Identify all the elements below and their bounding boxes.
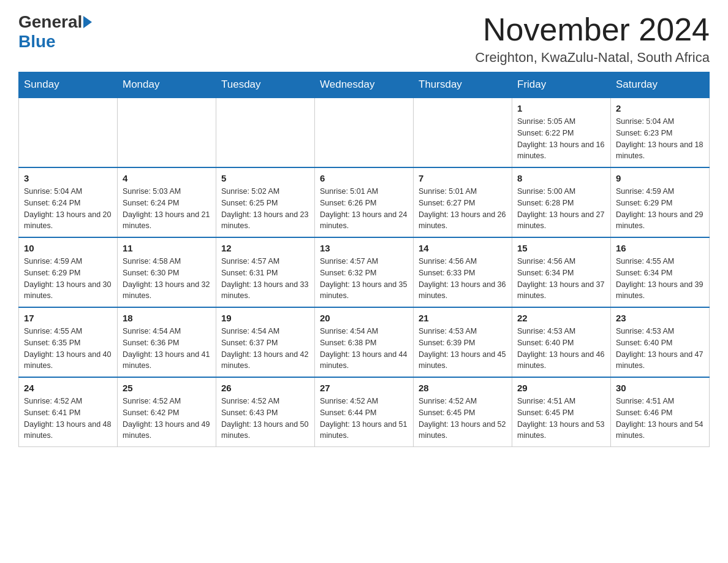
- calendar-cell: 19Sunrise: 4:54 AM Sunset: 6:37 PM Dayli…: [216, 307, 315, 377]
- day-number: 25: [123, 383, 211, 393]
- day-info: Sunrise: 5:04 AM Sunset: 6:24 PM Dayligh…: [24, 186, 112, 232]
- day-number: 7: [419, 173, 507, 183]
- calendar-cell: 27Sunrise: 4:52 AM Sunset: 6:44 PM Dayli…: [315, 377, 414, 447]
- day-info: Sunrise: 4:54 AM Sunset: 6:37 PM Dayligh…: [221, 326, 309, 372]
- calendar-cell: 13Sunrise: 4:57 AM Sunset: 6:32 PM Dayli…: [315, 237, 414, 307]
- calendar-cell: [414, 98, 512, 167]
- day-info: Sunrise: 4:59 AM Sunset: 6:29 PM Dayligh…: [616, 186, 704, 232]
- week-row-1: 1Sunrise: 5:05 AM Sunset: 6:22 PM Daylig…: [19, 98, 710, 167]
- calendar-cell: 18Sunrise: 4:54 AM Sunset: 6:36 PM Dayli…: [118, 307, 216, 377]
- calendar-cell: 7Sunrise: 5:01 AM Sunset: 6:27 PM Daylig…: [414, 167, 512, 237]
- calendar-cell: 30Sunrise: 4:51 AM Sunset: 6:46 PM Dayli…: [611, 377, 710, 447]
- calendar-cell: 8Sunrise: 5:00 AM Sunset: 6:28 PM Daylig…: [512, 167, 611, 237]
- calendar-cell: 23Sunrise: 4:53 AM Sunset: 6:40 PM Dayli…: [611, 307, 710, 377]
- day-number: 30: [616, 383, 704, 393]
- day-number: 9: [616, 173, 704, 183]
- day-info: Sunrise: 4:56 AM Sunset: 6:34 PM Dayligh…: [517, 256, 605, 302]
- calendar-cell: 6Sunrise: 5:01 AM Sunset: 6:26 PM Daylig…: [315, 167, 414, 237]
- day-info: Sunrise: 4:57 AM Sunset: 6:32 PM Dayligh…: [320, 256, 408, 302]
- weekday-header-tuesday: Tuesday: [216, 72, 315, 98]
- day-info: Sunrise: 4:55 AM Sunset: 6:34 PM Dayligh…: [616, 256, 704, 302]
- calendar-cell: [216, 98, 315, 167]
- calendar-cell: 3Sunrise: 5:04 AM Sunset: 6:24 PM Daylig…: [19, 167, 118, 237]
- day-number: 11: [123, 243, 211, 253]
- calendar-cell: 26Sunrise: 4:52 AM Sunset: 6:43 PM Dayli…: [216, 377, 315, 447]
- day-info: Sunrise: 5:00 AM Sunset: 6:28 PM Dayligh…: [517, 186, 605, 232]
- day-number: 21: [419, 313, 507, 323]
- weekday-header-row: SundayMondayTuesdayWednesdayThursdayFrid…: [19, 72, 710, 98]
- day-number: 13: [320, 243, 408, 253]
- day-number: 19: [221, 313, 309, 323]
- day-number: 1: [517, 103, 605, 113]
- day-info: Sunrise: 4:54 AM Sunset: 6:38 PM Dayligh…: [320, 326, 408, 372]
- day-number: 10: [24, 243, 112, 253]
- calendar-cell: 9Sunrise: 4:59 AM Sunset: 6:29 PM Daylig…: [611, 167, 710, 237]
- calendar-cell: 20Sunrise: 4:54 AM Sunset: 6:38 PM Dayli…: [315, 307, 414, 377]
- calendar-cell: [118, 98, 216, 167]
- calendar-cell: 15Sunrise: 4:56 AM Sunset: 6:34 PM Dayli…: [512, 237, 611, 307]
- calendar-cell: 22Sunrise: 4:53 AM Sunset: 6:40 PM Dayli…: [512, 307, 611, 377]
- calendar-cell: 17Sunrise: 4:55 AM Sunset: 6:35 PM Dayli…: [19, 307, 118, 377]
- day-number: 12: [221, 243, 309, 253]
- day-number: 24: [24, 383, 112, 393]
- day-info: Sunrise: 5:02 AM Sunset: 6:25 PM Dayligh…: [221, 186, 309, 232]
- day-number: 8: [517, 173, 605, 183]
- day-info: Sunrise: 4:53 AM Sunset: 6:40 PM Dayligh…: [616, 326, 704, 372]
- day-number: 4: [123, 173, 211, 183]
- day-info: Sunrise: 4:51 AM Sunset: 6:46 PM Dayligh…: [616, 396, 704, 442]
- calendar-cell: 12Sunrise: 4:57 AM Sunset: 6:31 PM Dayli…: [216, 237, 315, 307]
- day-info: Sunrise: 5:01 AM Sunset: 6:27 PM Dayligh…: [419, 186, 507, 232]
- day-number: 6: [320, 173, 408, 183]
- calendar-cell: 4Sunrise: 5:03 AM Sunset: 6:24 PM Daylig…: [118, 167, 216, 237]
- calendar-cell: [315, 98, 414, 167]
- day-info: Sunrise: 5:01 AM Sunset: 6:26 PM Dayligh…: [320, 186, 408, 232]
- location-text: Creighton, KwaZulu-Natal, South Africa: [475, 50, 710, 66]
- weekday-header-monday: Monday: [118, 72, 216, 98]
- day-number: 23: [616, 313, 704, 323]
- day-info: Sunrise: 4:55 AM Sunset: 6:35 PM Dayligh…: [24, 326, 112, 372]
- weekday-header-friday: Friday: [512, 72, 611, 98]
- calendar-cell: 14Sunrise: 4:56 AM Sunset: 6:33 PM Dayli…: [414, 237, 512, 307]
- day-number: 14: [419, 243, 507, 253]
- day-info: Sunrise: 5:04 AM Sunset: 6:23 PM Dayligh…: [616, 116, 704, 162]
- day-number: 18: [123, 313, 211, 323]
- calendar-cell: [19, 98, 118, 167]
- day-number: 5: [221, 173, 309, 183]
- calendar-cell: 11Sunrise: 4:58 AM Sunset: 6:30 PM Dayli…: [118, 237, 216, 307]
- page-header: General Blue November 2024 Creighton, Kw…: [18, 12, 710, 66]
- calendar-cell: 29Sunrise: 4:51 AM Sunset: 6:45 PM Dayli…: [512, 377, 611, 447]
- calendar-cell: 10Sunrise: 4:59 AM Sunset: 6:29 PM Dayli…: [19, 237, 118, 307]
- day-info: Sunrise: 4:57 AM Sunset: 6:31 PM Dayligh…: [221, 256, 309, 302]
- day-info: Sunrise: 5:03 AM Sunset: 6:24 PM Dayligh…: [123, 186, 211, 232]
- day-info: Sunrise: 4:52 AM Sunset: 6:44 PM Dayligh…: [320, 396, 408, 442]
- calendar-cell: 21Sunrise: 4:53 AM Sunset: 6:39 PM Dayli…: [414, 307, 512, 377]
- title-section: November 2024 Creighton, KwaZulu-Natal, …: [475, 12, 710, 66]
- day-info: Sunrise: 4:52 AM Sunset: 6:45 PM Dayligh…: [419, 396, 507, 442]
- logo-general-text: General: [18, 12, 82, 32]
- weekday-header-thursday: Thursday: [414, 72, 512, 98]
- day-number: 26: [221, 383, 309, 393]
- day-number: 2: [616, 103, 704, 113]
- day-info: Sunrise: 4:51 AM Sunset: 6:45 PM Dayligh…: [517, 396, 605, 442]
- day-info: Sunrise: 4:54 AM Sunset: 6:36 PM Dayligh…: [123, 326, 211, 372]
- week-row-2: 3Sunrise: 5:04 AM Sunset: 6:24 PM Daylig…: [19, 167, 710, 237]
- weekday-header-wednesday: Wednesday: [315, 72, 414, 98]
- day-info: Sunrise: 4:56 AM Sunset: 6:33 PM Dayligh…: [419, 256, 507, 302]
- week-row-4: 17Sunrise: 4:55 AM Sunset: 6:35 PM Dayli…: [19, 307, 710, 377]
- day-number: 17: [24, 313, 112, 323]
- calendar-cell: 1Sunrise: 5:05 AM Sunset: 6:22 PM Daylig…: [512, 98, 611, 167]
- day-info: Sunrise: 4:59 AM Sunset: 6:29 PM Dayligh…: [24, 256, 112, 302]
- day-info: Sunrise: 4:53 AM Sunset: 6:39 PM Dayligh…: [419, 326, 507, 372]
- calendar-table: SundayMondayTuesdayWednesdayThursdayFrid…: [18, 72, 710, 447]
- month-title: November 2024: [475, 12, 710, 47]
- week-row-5: 24Sunrise: 4:52 AM Sunset: 6:41 PM Dayli…: [19, 377, 710, 447]
- day-number: 29: [517, 383, 605, 393]
- day-info: Sunrise: 4:58 AM Sunset: 6:30 PM Dayligh…: [123, 256, 211, 302]
- calendar-cell: 25Sunrise: 4:52 AM Sunset: 6:42 PM Dayli…: [118, 377, 216, 447]
- day-info: Sunrise: 4:52 AM Sunset: 6:43 PM Dayligh…: [221, 396, 309, 442]
- logo: General Blue: [18, 12, 92, 52]
- day-info: Sunrise: 4:52 AM Sunset: 6:41 PM Dayligh…: [24, 396, 112, 442]
- weekday-header-saturday: Saturday: [611, 72, 710, 98]
- calendar-cell: 5Sunrise: 5:02 AM Sunset: 6:25 PM Daylig…: [216, 167, 315, 237]
- logo-arrow-icon: [83, 16, 92, 28]
